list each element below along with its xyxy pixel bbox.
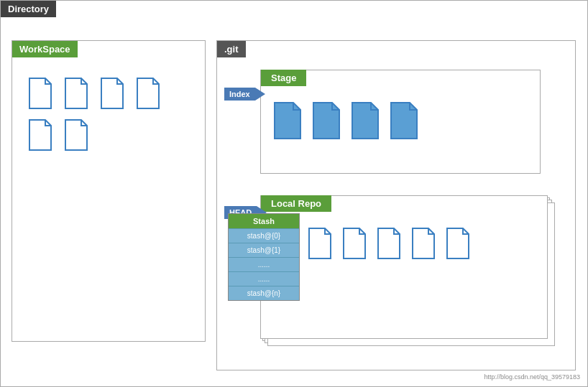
stash-row-0: stash@{0} [229, 228, 299, 243]
stage-file-4 [388, 101, 420, 140]
stage-label: Stage [261, 70, 306, 86]
workspace-label: WorkSpace [12, 41, 78, 57]
workspace-file-6 [63, 118, 90, 151]
local-repo-panel: Local Repo [260, 195, 548, 339]
workspace-file-5 [27, 118, 54, 151]
workspace-files [19, 70, 192, 159]
stage-file-2 [311, 101, 342, 140]
workspace-file-3 [98, 77, 126, 110]
repo-file-5 [410, 227, 437, 260]
local-repo-area: Local Repo [260, 195, 569, 360]
git-label: .git [217, 41, 246, 57]
repo-file-6 [444, 227, 472, 260]
stash-row-dots-1: ...... [229, 257, 299, 271]
stage-files [268, 98, 423, 144]
outer-container: Directory WorkSpace [0, 0, 588, 387]
workspace-file-1 [27, 77, 54, 110]
stash-row-n: stash@{n} [229, 286, 299, 300]
index-arrow: Index [224, 88, 265, 101]
title-bar: Directory [1, 1, 56, 17]
index-arrow-head [255, 88, 265, 101]
stash-panel: Stash stash@{0} stash@{1} ...... ...... … [228, 213, 300, 301]
title: Directory [8, 4, 49, 14]
stash-row-1: stash@{1} [229, 243, 299, 257]
git-panel: .git Index Stage [216, 40, 576, 370]
workspace-file-2 [63, 77, 90, 110]
stage-file-3 [349, 101, 381, 140]
stage-panel: Stage [260, 70, 541, 174]
index-label: Index [224, 88, 255, 101]
local-repo-label: Local Repo [261, 195, 331, 212]
repo-file-2 [306, 227, 334, 260]
workspace-file-4 [134, 77, 162, 110]
local-repo-files [268, 223, 527, 264]
stage-file-1 [272, 101, 303, 140]
watermark: http://blog.csdn.net/qq_39579183 [484, 373, 580, 381]
repo-file-3 [341, 227, 368, 260]
stash-row-dots-2: ...... [229, 271, 299, 286]
repo-file-4 [375, 227, 403, 260]
stash-header: Stash [229, 214, 299, 228]
workspace-panel: WorkSpace [12, 40, 206, 342]
